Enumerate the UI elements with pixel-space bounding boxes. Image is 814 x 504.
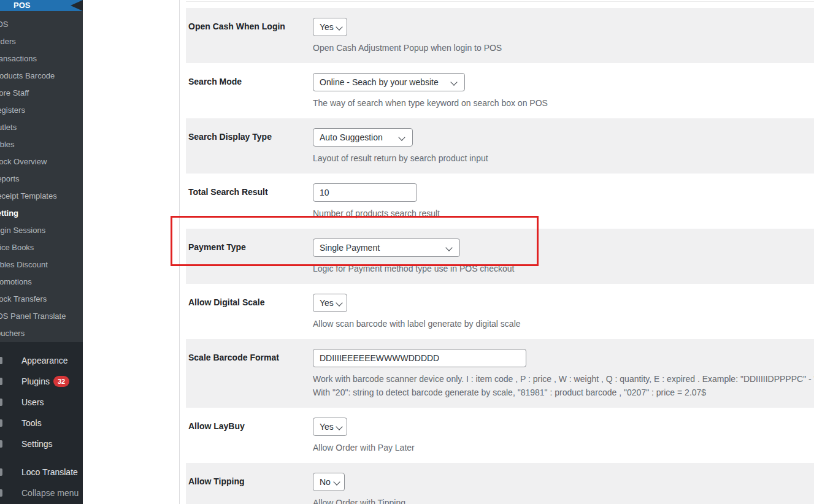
- settings-row-search-display-type: Search Display TypeAuto SuggestionLayout…: [186, 118, 814, 174]
- settings-content: Open Cash When LoginYesOpen Cash Adjustm…: [83, 0, 814, 504]
- settings-row-payment-type: Payment TypeSingle PaymentLogic for Paym…: [186, 229, 814, 284]
- chevron-down-icon: [336, 423, 342, 430]
- sidebar-item-products-barcode[interactable]: Products Barcode: [0, 67, 74, 85]
- settings-row-allow-digital-scale: Allow Digital ScaleYesAllow scan barcode…: [186, 284, 814, 339]
- wp-admin-menu: AppearancePlugins32UsersToolsSettingsLoc…: [0, 342, 83, 504]
- sidebar-item-tables[interactable]: Tables: [0, 136, 74, 153]
- sidebar-item-vouchers[interactable]: Vouchers: [0, 325, 74, 342]
- help-text: Logic for Payment method type use in POS…: [313, 262, 814, 275]
- admin-menu-item-label: Settings: [21, 439, 53, 449]
- select-value: Auto Suggestion: [320, 132, 383, 142]
- allow-digital-scale-label: Allow Digital Scale: [188, 297, 313, 330]
- settings-row-open-cash-when-login: Open Cash When LoginYesOpen Cash Adjustm…: [186, 8, 814, 63]
- admin-menu-item-label: Appearance: [21, 356, 68, 365]
- payment-type-select[interactable]: Single Payment: [313, 239, 460, 257]
- settings-row-search-mode: Search ModeOnline - Seach by your websit…: [186, 63, 814, 118]
- help-text: Work with barcode scanner device only. I…: [313, 372, 814, 386]
- settings-row-allow-laybuy: Allow LayBuyYesAllow Order with Pay Late…: [186, 408, 814, 463]
- sidebar-item-stock-transfers[interactable]: Stock Transfers: [0, 291, 74, 308]
- admin-menu-item-plugins[interactable]: Plugins32: [0, 371, 83, 392]
- loco-translate-icon: [0, 468, 2, 476]
- sidebar-pos-header[interactable]: POS: [0, 0, 83, 11]
- admin-menu-item-settings[interactable]: Settings: [0, 433, 83, 454]
- settings-row-total-search-result: Total Search ResultNumber of products se…: [186, 174, 814, 229]
- allow-laybuy-select[interactable]: Yes: [313, 418, 347, 436]
- admin-menu-item-users[interactable]: Users: [0, 392, 83, 413]
- chevron-down-icon: [450, 78, 457, 85]
- sidebar-item-reports[interactable]: Reports: [0, 170, 74, 188]
- allow-tipping-select[interactable]: No: [313, 473, 345, 491]
- tools-icon: [0, 419, 2, 427]
- collapse-menu-icon: [0, 489, 2, 497]
- chevron-down-icon: [445, 244, 452, 251]
- help-text: Allow scan barcode with label generate b…: [313, 317, 814, 330]
- wp-admin-sidebar: POS POSOrdersTransactionsProducts Barcod…: [0, 0, 83, 504]
- admin-menu-item-label: Tools: [21, 418, 42, 428]
- select-value: Online - Seach by your website: [320, 77, 439, 87]
- sidebar-item-tables-discount[interactable]: Tables Discount: [0, 256, 74, 273]
- select-value: Yes: [320, 422, 334, 432]
- admin-menu-item-appearance[interactable]: Appearance: [0, 350, 83, 371]
- content-divider-line: [179, 0, 180, 504]
- sidebar-item-price-books[interactable]: Price Books: [0, 239, 74, 256]
- select-value: No: [320, 477, 331, 487]
- chevron-down-icon: [333, 478, 340, 485]
- admin-menu-item-label: Plugins: [21, 376, 50, 386]
- search-mode-label: Search Mode: [188, 77, 313, 110]
- appearance-icon: [0, 357, 2, 364]
- sidebar-item-login-sessions[interactable]: Login Sessions: [0, 222, 74, 239]
- sidebar-item-pos[interactable]: POS: [0, 16, 74, 33]
- payment-type-label: Payment Type: [188, 242, 313, 275]
- sidebar-item-pos-panel-translate[interactable]: POS Panel Translate: [0, 308, 74, 325]
- admin-menu-item-collapse-menu[interactable]: Collapse menu: [0, 483, 83, 503]
- settings-form: Open Cash When LoginYesOpen Cash Adjustm…: [186, 8, 814, 504]
- help-text-line2: With "20": string to detect barcode gene…: [313, 386, 814, 399]
- sidebar-item-receipt-templates[interactable]: Receipt Templates: [0, 188, 74, 205]
- select-value: Single Payment: [320, 243, 380, 253]
- admin-menu-item-label: Loco Translate: [21, 467, 78, 477]
- sidebar-item-stock-overview[interactable]: Stock Overview: [0, 153, 74, 170]
- pos-header-label: POS: [13, 1, 30, 10]
- scale-barcode-format-label: Scale Barcode Format: [188, 353, 313, 399]
- select-value: Yes: [320, 298, 334, 308]
- open-cash-when-login-label: Open Cash When Login: [188, 21, 313, 55]
- sidebar-item-store-staff[interactable]: Store Staff: [0, 85, 74, 102]
- chevron-down-icon: [398, 134, 405, 140]
- plugins-update-count-badge: 32: [53, 376, 69, 387]
- help-text: Number of products search result: [313, 207, 814, 220]
- chevron-down-icon: [336, 23, 342, 30]
- allow-laybuy-label: Allow LayBuy: [188, 421, 313, 454]
- help-text: The way of search when type keyword on s…: [313, 96, 814, 110]
- sidebar-item-setting[interactable]: Setting: [0, 205, 74, 222]
- settings-row-allow-tipping: Allow TippingNoAllow Order with Tipping: [186, 463, 814, 504]
- search-display-type-select[interactable]: Auto Suggestion: [313, 128, 413, 147]
- admin-menu-item-label: Collapse menu: [21, 488, 79, 498]
- select-value: Yes: [320, 22, 334, 32]
- sidebar-item-outlets[interactable]: Outlets: [0, 119, 74, 136]
- sidebar-item-promotions[interactable]: Promotions: [0, 273, 74, 291]
- settings-row-scale-barcode-format: Scale Barcode FormatWork with barcode sc…: [186, 339, 814, 408]
- search-mode-select[interactable]: Online - Seach by your website: [313, 73, 465, 91]
- scale-barcode-format-input[interactable]: [313, 349, 526, 367]
- search-display-type-label: Search Display Type: [188, 132, 313, 165]
- settings-icon: [0, 440, 2, 448]
- help-text: Open Cash Adjustment Popup when login to…: [313, 41, 814, 55]
- help-text: Layout of result return by search produc…: [313, 151, 814, 165]
- pos-submenu: POSOrdersTransactionsProducts BarcodeSto…: [0, 11, 83, 342]
- sidebar-item-registers[interactable]: Registers: [0, 102, 74, 119]
- allow-digital-scale-select[interactable]: Yes: [313, 294, 347, 312]
- sidebar-item-transactions[interactable]: Transactions: [0, 50, 74, 67]
- current-menu-arrow-icon: [71, 0, 83, 11]
- help-text: Allow Order with Tipping: [313, 496, 814, 504]
- admin-menu-item-tools[interactable]: Tools: [0, 413, 83, 433]
- total-search-result-label: Total Search Result: [188, 187, 313, 220]
- top-border-line: [186, 1, 814, 2]
- admin-menu-item-loco-translate[interactable]: Loco Translate: [0, 462, 83, 483]
- allow-tipping-label: Allow Tipping: [188, 476, 313, 504]
- total-search-result-input[interactable]: [313, 183, 417, 202]
- plugins-icon: [0, 378, 2, 385]
- help-text: Allow Order with Pay Later: [313, 441, 814, 454]
- sidebar-item-orders[interactable]: Orders: [0, 33, 74, 50]
- users-icon: [0, 399, 2, 406]
- open-cash-when-login-select[interactable]: Yes: [313, 18, 347, 36]
